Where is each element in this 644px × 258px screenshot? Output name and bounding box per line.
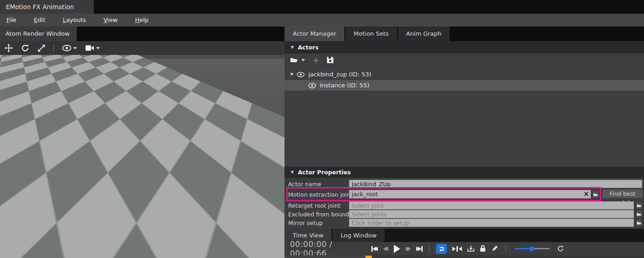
folder-icon (637, 221, 642, 225)
window-title: EMotion FX Animation Editor (0, 0, 94, 14)
add-actor-button[interactable]: + (312, 57, 320, 63)
actors-toolbar: + (290, 57, 333, 63)
actor-name-input[interactable] (349, 180, 642, 188)
excluded-from-bounds-input[interactable] (349, 210, 634, 218)
viewport-toolbar (0, 41, 284, 55)
move-icon[interactable] (5, 44, 13, 52)
right-panel-tab-bar: Actor Manager Motion Sets Anim Graph (284, 27, 644, 41)
tab-motion-sets[interactable]: Motion Sets (345, 27, 397, 41)
eye-icon (62, 45, 71, 51)
render-viewport[interactable] (0, 55, 284, 258)
pick-joint-button[interactable] (592, 190, 600, 199)
collapse-triangle-icon: ▼ (291, 170, 294, 174)
render-tab-bar: Atom Render Window (0, 27, 284, 41)
goto-frame-button[interactable] (467, 245, 474, 252)
save-icon (327, 57, 333, 63)
transport-bar: 00:00:00 / 00:00:66 (284, 242, 644, 255)
ping-pong-button[interactable] (452, 246, 462, 252)
motion-extraction-joint-input[interactable] (349, 190, 591, 199)
visibility-eye-icon[interactable] (297, 72, 305, 77)
scale-icon[interactable] (38, 44, 45, 52)
tree-row-actor[interactable]: ▼ jackbind_zup (ID: 53) (284, 69, 644, 80)
play-button[interactable] (394, 245, 400, 253)
menu-view[interactable]: View (103, 14, 118, 27)
toolbar-separator (54, 44, 54, 52)
tree-row-instance[interactable]: Instance (ID: 55) (284, 80, 644, 91)
mirror-setup-folder-button[interactable] (635, 219, 643, 227)
expand-triangle-icon[interactable]: ▼ (290, 72, 293, 76)
actors-section-title: Actors (298, 44, 318, 51)
pencil-icon (491, 245, 498, 252)
chevron-down-icon (301, 59, 305, 61)
actor-properties-panel: Actor name Motion extraction joint × Fin… (284, 178, 644, 229)
step-backward-button[interactable] (383, 247, 388, 251)
open-actor-dropdown[interactable] (290, 57, 305, 63)
download-marker-icon (467, 245, 474, 252)
save-actor-button[interactable] (327, 57, 333, 63)
actor-properties-title: Actor Properties (298, 169, 351, 176)
mirror-setup-input[interactable] (349, 219, 634, 227)
find-best-match-button[interactable]: Find best match (602, 189, 643, 199)
retarget-root-joint-label: Retarget root joint (288, 202, 340, 209)
retarget-root-joint-input[interactable] (349, 201, 634, 210)
visibility-eye-icon[interactable] (308, 83, 316, 88)
chevron-down-icon (73, 47, 77, 49)
visibility-dropdown[interactable] (62, 45, 77, 51)
menu-help[interactable]: Help (135, 14, 149, 27)
folder-icon (593, 193, 598, 197)
chevron-down-icon (96, 47, 100, 49)
mirror-setup-label: Mirror setup (288, 220, 323, 226)
rotate-icon[interactable] (21, 44, 29, 52)
actor-properties-header[interactable]: ▼ Actor Properties (284, 167, 644, 178)
transport-separator (429, 245, 429, 253)
actor-tree-label: jackbind_zup (ID: 53) (308, 71, 371, 78)
playhead-marker[interactable] (365, 256, 372, 258)
playback-speed-slider[interactable] (515, 248, 550, 249)
loop-toggle-button[interactable] (436, 244, 447, 254)
instance-tree-label: Instance (ID: 55) (320, 82, 369, 89)
collapse-triangle-icon: ▼ (291, 45, 294, 49)
menu-file[interactable]: File (6, 14, 16, 27)
actors-section-header[interactable]: ▼ Actors (284, 41, 644, 54)
folder-icon (637, 212, 642, 216)
camera-dropdown[interactable] (85, 45, 100, 51)
pick-excluded-joints-button[interactable] (635, 210, 643, 218)
loop-icon (438, 246, 445, 252)
refresh-icon (557, 245, 564, 252)
camera-icon (85, 45, 94, 51)
skip-to-start-button[interactable] (371, 246, 378, 252)
folder-icon (637, 204, 642, 208)
actors-panel: + ▼ jackbind_zup (ID: 53) Instance (ID: … (284, 54, 644, 167)
reset-speed-button[interactable] (557, 245, 564, 252)
lock-button[interactable] (480, 245, 486, 252)
actor-character[interactable] (0, 55, 284, 258)
step-forward-button[interactable] (406, 247, 411, 251)
motion-extraction-joint-label: Motion extraction joint (288, 191, 353, 198)
timeline-track[interactable] (371, 255, 644, 258)
skip-to-end-button[interactable] (416, 246, 423, 252)
menu-layouts[interactable]: Layouts (63, 14, 86, 27)
slider-knob[interactable] (529, 246, 534, 251)
lock-icon (480, 245, 486, 252)
tab-actor-manager[interactable]: Actor Manager (284, 27, 345, 41)
menu-edit[interactable]: Edit (34, 14, 45, 27)
tab-anim-graph[interactable]: Anim Graph (398, 27, 451, 41)
timeline-ruler[interactable] (284, 255, 644, 258)
pick-retarget-joint-button[interactable] (635, 201, 643, 210)
draw-button[interactable] (491, 245, 498, 252)
tab-atom-render-window[interactable]: Atom Render Window (0, 27, 77, 41)
folder-open-icon (290, 57, 298, 63)
clear-joint-icon[interactable]: × (583, 190, 589, 198)
excluded-from-bounds-label: Excluded from bounds (288, 211, 352, 218)
menu-bar: File Edit Layouts View Help (0, 14, 644, 27)
actor-name-label: Actor name (288, 181, 321, 188)
transport-separator (505, 245, 506, 253)
